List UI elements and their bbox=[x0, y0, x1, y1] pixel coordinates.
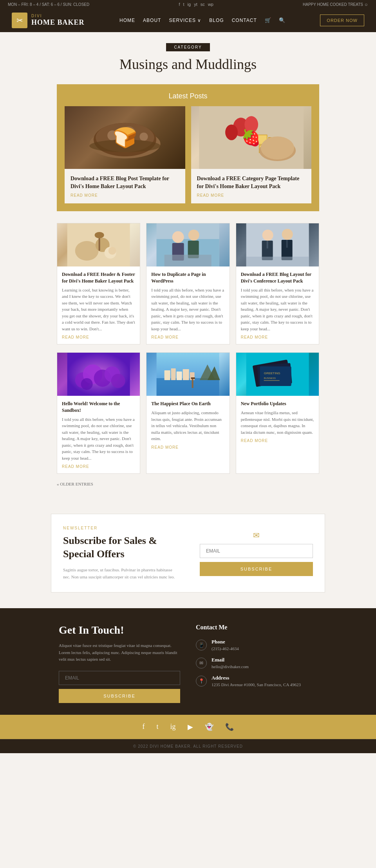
blog-card-1-title: Download a FREE Header & Footer for Divi… bbox=[62, 271, 135, 285]
footer-snapchat-icon[interactable]: 👻 bbox=[205, 723, 213, 731]
footer-facebook-icon[interactable]: f bbox=[142, 723, 145, 731]
svg-point-43 bbox=[111, 374, 125, 388]
blog-card-3: Download a FREE Blog Layout for Divi's C… bbox=[236, 223, 319, 344]
svg-rect-36 bbox=[286, 240, 287, 248]
blog-card-3-image bbox=[236, 223, 319, 266]
blog-card-4-readmore[interactable]: READ MORE bbox=[62, 464, 135, 469]
phone-label: Phone bbox=[212, 639, 239, 645]
svg-point-17 bbox=[75, 241, 99, 261]
social-youtube-icon[interactable]: yt bbox=[194, 2, 197, 7]
blog-card-1: Download a FREE Header & Footer for Divi… bbox=[57, 223, 140, 344]
address-value: 1235 Divi Avenue #1000, San Francisco, C… bbox=[212, 682, 301, 687]
social-facebook-icon[interactable]: f bbox=[179, 2, 180, 7]
blog-card-1-image bbox=[57, 223, 140, 266]
nav-home[interactable]: HOME bbox=[119, 18, 135, 23]
social-snapchat-icon[interactable]: sc bbox=[201, 2, 205, 7]
top-bar-hours: MON – FRI: 8 – 4 / SAT: 6 – 6 / SUN: CLO… bbox=[8, 2, 89, 7]
order-now-button[interactable]: ORDER NOW bbox=[320, 14, 364, 26]
email-icon: ✉ bbox=[196, 658, 207, 669]
category-label: CATEGORY bbox=[166, 43, 210, 51]
svg-point-9 bbox=[244, 116, 258, 133]
latest-post-2-content: Download a FREE Category Page Template f… bbox=[191, 169, 312, 203]
blog-card-2-content: How to Duplicate a Page in WordPress I t… bbox=[146, 266, 229, 344]
nav-services[interactable]: SERVICES ∨ bbox=[169, 18, 201, 23]
blog-card-2-image bbox=[146, 223, 229, 266]
svg-point-20 bbox=[95, 232, 104, 238]
social-twitter-icon[interactable]: t bbox=[183, 2, 184, 7]
top-bar-promo: HAPPY HOME COOKED TREATS ☺ bbox=[303, 2, 368, 7]
older-entries-link[interactable]: « OLDER ENTRIES bbox=[57, 482, 93, 486]
nav-contact[interactable]: CONTACT bbox=[232, 18, 257, 23]
latest-posts-section: Latest Posts Download a FREE Bl bbox=[57, 84, 319, 211]
svg-rect-49 bbox=[177, 371, 182, 380]
newsletter-subscribe-button[interactable]: SUBSCRIBE bbox=[200, 562, 313, 576]
latest-post-2-title: Download a FREE Category Page Template f… bbox=[197, 175, 306, 190]
older-entries: « OLDER ENTRIES bbox=[57, 482, 319, 486]
blog-card-2-excerpt: I told you all this before, when you hav… bbox=[151, 287, 224, 332]
blog-card-1-readmore[interactable]: READ MORE bbox=[62, 335, 135, 339]
blog-card-2: How to Duplicate a Page in WordPress I t… bbox=[146, 223, 230, 344]
blog-card-2-readmore[interactable]: READ MORE bbox=[151, 335, 224, 339]
svg-point-4 bbox=[123, 126, 135, 139]
latest-post-2: Download a FREE Category Page Template f… bbox=[191, 106, 312, 203]
blog-card-1-excerpt: Learning is cool, but knowing is better,… bbox=[62, 287, 135, 332]
blog-card-4-excerpt: I told you all this before, when you hav… bbox=[62, 416, 135, 462]
latest-post-1: Download a FREE Blog Post Template for D… bbox=[65, 106, 185, 203]
blog-card-5-title: The Happiest Place On Earth bbox=[151, 400, 224, 407]
footer-left: Get In Touch! Aliquot vitae fusce est tr… bbox=[59, 624, 180, 703]
footer-twitter-icon[interactable]: t bbox=[156, 723, 158, 731]
svg-point-34 bbox=[282, 229, 293, 240]
svg-rect-46 bbox=[157, 378, 219, 396]
footer-bottom: © 2022 DIVI HOME BAKER. ALL RIGHT RESERV… bbox=[0, 739, 376, 753]
logo-title: HOME BAKER bbox=[31, 18, 85, 27]
footer-instagram-icon[interactable]: ig bbox=[170, 723, 176, 731]
logo[interactable]: ✂ DIVI HOME BAKER bbox=[12, 13, 85, 28]
email-text: Email hello@divibaker.com bbox=[212, 657, 249, 669]
address-text: Address 1235 Divi Avenue #1000, San Fran… bbox=[212, 675, 301, 687]
contact-me-heading: Contact Me bbox=[196, 624, 317, 631]
svg-rect-47 bbox=[164, 370, 170, 380]
blog-card-4: Hello World! Welcome to the Sandbox! I t… bbox=[57, 352, 140, 474]
email-value: hello@divibaker.com bbox=[212, 664, 249, 669]
latest-post-1-readmore[interactable]: READ MORE bbox=[70, 193, 179, 198]
email-label: Email bbox=[212, 657, 249, 663]
blog-card-5-readmore[interactable]: READ MORE bbox=[151, 445, 224, 449]
blog-card-3-readmore[interactable]: READ MORE bbox=[241, 335, 314, 339]
latest-post-1-image bbox=[65, 106, 185, 169]
blog-card-5-content: The Happiest Place On Earth Aliquam ut j… bbox=[146, 396, 229, 454]
address-icon: 📍 bbox=[196, 676, 207, 687]
social-whatsapp-icon[interactable]: wp bbox=[208, 2, 213, 7]
footer-youtube-icon[interactable]: ▶ bbox=[188, 723, 193, 731]
footer-social: f t ig ▶ 👻 📞 bbox=[0, 715, 376, 739]
footer-email-input[interactable] bbox=[59, 671, 180, 685]
blog-card-3-content: Download a FREE Blog Layout for Divi's C… bbox=[236, 266, 319, 344]
blog-card-6-readmore[interactable]: READ MORE bbox=[241, 439, 314, 443]
svg-rect-59 bbox=[260, 366, 291, 386]
page-title: Musings and Muddlings bbox=[57, 56, 319, 72]
blog-card-3-title: Download a FREE Blog Layout for Divi's C… bbox=[241, 271, 314, 285]
footer-whatsapp-icon[interactable]: 📞 bbox=[225, 723, 234, 731]
main-content: CATEGORY Musings and Muddlings Latest Po… bbox=[51, 32, 325, 514]
svg-rect-52 bbox=[192, 378, 193, 388]
svg-text:BUSINESS: BUSINESS bbox=[264, 377, 275, 379]
contact-phone: 📱 Phone (215)-462-4634 bbox=[196, 639, 317, 651]
svg-point-5 bbox=[139, 132, 148, 141]
phone-icon: 📱 bbox=[196, 640, 207, 651]
footer-subscribe-button[interactable]: SUBSCRIBE bbox=[59, 689, 180, 703]
svg-rect-53 bbox=[191, 377, 195, 379]
svg-rect-33 bbox=[266, 241, 268, 248]
latest-post-2-readmore[interactable]: READ MORE bbox=[197, 193, 306, 198]
nav-blog[interactable]: BLOG bbox=[209, 18, 224, 23]
social-instagram-icon[interactable]: ig bbox=[188, 2, 191, 7]
cart-icon[interactable]: 🛒 bbox=[265, 17, 271, 24]
latest-post-1-title: Download a FREE Blog Post Template for D… bbox=[70, 175, 179, 190]
search-icon[interactable]: 🔍 bbox=[279, 17, 285, 24]
newsletter-email-input[interactable] bbox=[200, 544, 313, 558]
nav-about[interactable]: ABOUT bbox=[143, 18, 161, 23]
blog-card-5-excerpt: Aliquam ut justo adipiscing, commodo lec… bbox=[151, 410, 224, 442]
get-in-touch-heading: Get In Touch! bbox=[59, 624, 180, 636]
latest-posts-title: Latest Posts bbox=[65, 92, 311, 100]
blog-row-1: Download a FREE Header & Footer for Divi… bbox=[57, 223, 319, 344]
blog-card-2-title: How to Duplicate a Page in WordPress bbox=[151, 271, 224, 285]
footer-right: Contact Me 📱 Phone (215)-462-4634 ✉ Emai… bbox=[196, 624, 317, 703]
